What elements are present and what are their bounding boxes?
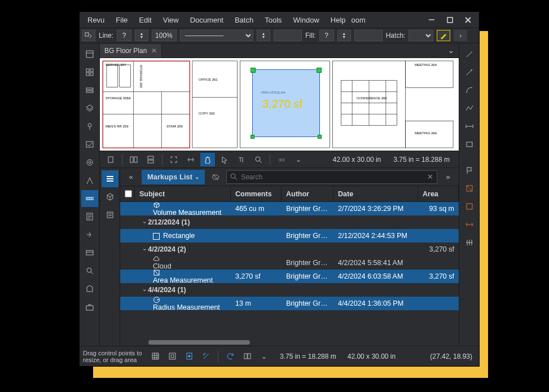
dimension-tool-icon[interactable] xyxy=(461,118,478,135)
toolbar-more-icon[interactable]: › xyxy=(454,30,467,41)
toolchest-icon[interactable] xyxy=(81,172,98,189)
split-vertical-icon[interactable] xyxy=(126,153,141,166)
selection-dropdown-icon[interactable] xyxy=(82,30,95,41)
menu-file[interactable]: File xyxy=(110,16,133,24)
line-tool-icon[interactable] xyxy=(461,46,478,63)
file-access-icon[interactable] xyxy=(81,46,98,63)
table-row[interactable]: CloudBrighter Graph...4/2/2024 5:58:41 A… xyxy=(120,256,459,270)
flag-tool-icon[interactable] xyxy=(461,162,478,179)
select-arrow-icon[interactable] xyxy=(217,153,232,166)
pan-hand-icon[interactable] xyxy=(200,153,215,166)
maximize-button[interactable] xyxy=(441,12,459,28)
search-clear-icon[interactable]: ✕ xyxy=(427,173,433,181)
menu-batch[interactable]: Batch xyxy=(229,16,259,24)
panel-collapse-icon[interactable]: « xyxy=(124,170,138,184)
minimize-button[interactable] xyxy=(423,12,441,28)
snap-markup-icon[interactable] xyxy=(199,350,213,363)
menu-help[interactable]: Help xyxy=(325,16,352,24)
snap-toggle-icon[interactable] xyxy=(165,350,179,363)
arc-tool-icon[interactable] xyxy=(461,82,478,99)
col-author[interactable]: Author xyxy=(282,186,333,201)
perimeter-tool-icon[interactable] xyxy=(461,216,478,233)
fit-width-icon[interactable] xyxy=(183,153,198,166)
line-color-swatch[interactable]: ? xyxy=(117,30,131,41)
bookmarks-icon[interactable] xyxy=(81,82,98,99)
sync-icon[interactable] xyxy=(240,350,254,363)
table-row[interactable]: ›4/2/2024 (2)3,270 sf xyxy=(120,243,459,256)
fill-color-swatch[interactable]: ? xyxy=(319,30,334,41)
highlighter-icon[interactable] xyxy=(437,30,450,41)
zoom-field[interactable]: 100% xyxy=(152,30,177,41)
rectangle-tool-icon[interactable] xyxy=(461,136,478,153)
select-all-checkbox[interactable] xyxy=(125,190,132,197)
snap-content-icon[interactable] xyxy=(182,350,196,363)
status-dropdown-icon[interactable]: ⌄ xyxy=(257,350,271,363)
studio-icon[interactable] xyxy=(81,280,98,297)
table-row[interactable]: ›4/4/2024 (1) xyxy=(120,283,459,297)
document-tab[interactable]: BG Floor Plan ✕ xyxy=(100,44,162,58)
red-markup-outline[interactable] xyxy=(103,61,190,148)
first-page-icon[interactable]: ⏮ xyxy=(274,153,289,166)
menu-tools[interactable]: Tools xyxy=(259,16,287,24)
fit-page-icon[interactable] xyxy=(166,153,181,166)
hide-markups-icon[interactable] xyxy=(208,170,223,184)
search-rail-icon[interactable] xyxy=(81,262,98,279)
table-row[interactable]: ›2/12/2024 (1) xyxy=(120,215,459,229)
signatures-icon[interactable] xyxy=(81,136,98,153)
table-row[interactable]: Volume Measurement465 cu mBrighter Graph… xyxy=(120,202,459,215)
svg-rect-50 xyxy=(148,156,153,159)
zoom-magnify-icon[interactable] xyxy=(251,153,266,166)
table-row[interactable]: Area Measurement3,270 sfBrighter Graph..… xyxy=(120,270,459,283)
layers-icon[interactable] xyxy=(81,100,98,117)
search-box[interactable]: ✕ xyxy=(226,170,437,184)
single-page-icon[interactable] xyxy=(103,153,118,166)
opacity-stepper[interactable]: ▲▼ xyxy=(337,30,351,41)
line-stepper[interactable]: ▲▼ xyxy=(135,30,148,41)
thumbnails-icon[interactable] xyxy=(81,64,98,81)
text-select-icon[interactable]: T xyxy=(234,153,249,166)
page-dropdown-icon[interactable]: ⌄ xyxy=(291,153,306,166)
3d-nav-icon[interactable] xyxy=(102,188,118,205)
menu-document[interactable]: Document xyxy=(185,16,229,24)
area-tool-icon[interactable] xyxy=(461,180,478,197)
menu-edit[interactable]: Edit xyxy=(133,16,157,24)
menu-revu[interactable]: Revu xyxy=(82,16,110,24)
col-area[interactable]: Area xyxy=(418,186,459,201)
drawing-canvas[interactable]: SERVER 257 STORAGE 258A STORAGE 260 MEN'… xyxy=(100,58,459,151)
volume-tool-icon[interactable] xyxy=(461,198,478,215)
panel-title[interactable]: Markups List ⌄ xyxy=(142,170,205,184)
opacity-field[interactable] xyxy=(354,30,383,41)
polyline-tool-icon[interactable] xyxy=(461,100,478,117)
horizontal-scrollbar[interactable] xyxy=(120,339,459,346)
measurements-icon[interactable] xyxy=(81,190,98,207)
count-tool-icon[interactable] xyxy=(461,234,478,251)
markups-list-nav-icon[interactable] xyxy=(102,170,118,187)
col-comments[interactable]: Comments xyxy=(231,186,282,201)
col-subject[interactable]: Subject xyxy=(135,186,231,201)
links-icon[interactable] xyxy=(81,226,98,243)
grid-toggle-icon[interactable] xyxy=(148,350,162,363)
width-stepper[interactable]: ▲▼ xyxy=(257,30,270,41)
properties-gear-icon[interactable] xyxy=(81,154,98,171)
tab-expand-icon[interactable]: ⌄ xyxy=(443,46,459,55)
briefcase-icon[interactable] xyxy=(81,298,98,315)
hatch-select[interactable] xyxy=(409,30,433,41)
places-icon[interactable] xyxy=(81,118,98,135)
table-row[interactable]: RectangleBrighter Graph...2/12/2024 2:44… xyxy=(120,229,459,243)
width-field[interactable] xyxy=(274,30,302,41)
menu-view[interactable]: View xyxy=(157,16,185,24)
arrow-tool-icon[interactable] xyxy=(461,64,478,81)
split-horizontal-icon[interactable] xyxy=(143,153,158,166)
panel-expand-icon[interactable]: » xyxy=(441,170,455,184)
reuse-icon[interactable] xyxy=(223,350,237,363)
tab-close-icon[interactable]: ✕ xyxy=(151,47,157,55)
forms-icon[interactable] xyxy=(81,208,98,225)
close-button[interactable] xyxy=(459,12,477,28)
line-style-select[interactable]: ──────── xyxy=(180,30,253,41)
col-date[interactable]: Date xyxy=(333,186,418,201)
sets-icon[interactable] xyxy=(81,244,98,261)
table-row[interactable]: Radius Measurement13 mBrighter Graph...4… xyxy=(120,297,459,310)
flags-nav-icon[interactable] xyxy=(102,206,118,223)
search-input[interactable] xyxy=(241,173,424,181)
menu-window[interactable]: Window xyxy=(288,16,325,24)
